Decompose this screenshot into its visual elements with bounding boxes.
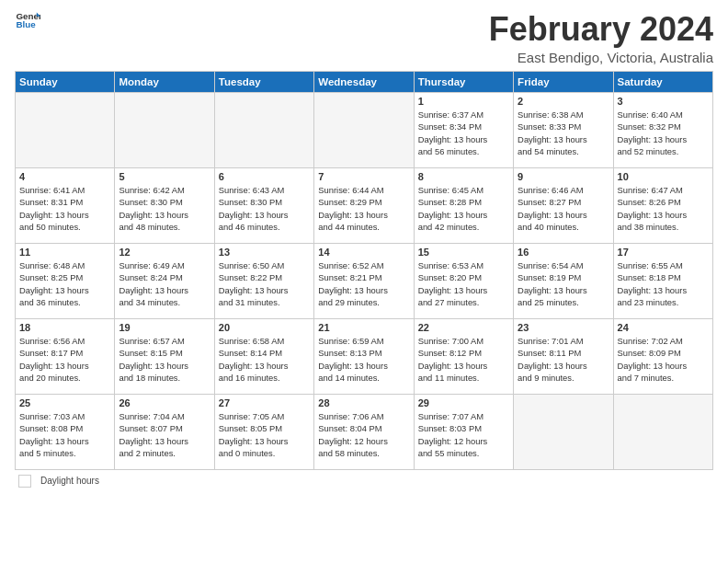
day-number: 12 (119, 247, 210, 258)
day-number: 26 (119, 397, 210, 408)
calendar-cell: 13Sunrise: 6:50 AM Sunset: 8:22 PM Dayli… (214, 243, 313, 318)
calendar-cell: 27Sunrise: 7:05 AM Sunset: 8:05 PM Dayli… (214, 394, 313, 469)
calendar-cell (514, 394, 613, 469)
day-info: Sunrise: 6:59 AM Sunset: 8:13 PM Dayligh… (318, 335, 409, 385)
calendar-cell: 20Sunrise: 6:58 AM Sunset: 8:14 PM Dayli… (214, 318, 313, 394)
day-info: Sunrise: 6:42 AM Sunset: 8:30 PM Dayligh… (119, 184, 210, 235)
day-info: Sunrise: 6:57 AM Sunset: 8:15 PM Dayligh… (119, 335, 210, 385)
day-number: 28 (318, 397, 409, 408)
calendar-cell (115, 92, 214, 167)
calendar-cell: 3Sunrise: 6:40 AM Sunset: 8:32 PM Daylig… (613, 92, 712, 167)
day-info: Sunrise: 6:55 AM Sunset: 8:18 PM Dayligh… (618, 259, 709, 310)
day-info: Sunrise: 6:37 AM Sunset: 8:34 PM Dayligh… (418, 109, 509, 159)
calendar-cell: 1Sunrise: 6:37 AM Sunset: 8:34 PM Daylig… (414, 92, 513, 167)
calendar-cell: 9Sunrise: 6:46 AM Sunset: 8:27 PM Daylig… (514, 167, 613, 243)
day-info: Sunrise: 6:49 AM Sunset: 8:24 PM Dayligh… (119, 259, 210, 310)
day-info: Sunrise: 6:47 AM Sunset: 8:26 PM Dayligh… (618, 184, 709, 235)
calendar-cell: 17Sunrise: 6:55 AM Sunset: 8:18 PM Dayli… (613, 243, 712, 318)
day-number: 3 (618, 96, 709, 107)
day-info: Sunrise: 7:02 AM Sunset: 8:09 PM Dayligh… (618, 335, 709, 385)
calendar-cell: 16Sunrise: 6:54 AM Sunset: 8:19 PM Dayli… (514, 243, 613, 318)
day-number: 18 (19, 322, 110, 333)
calendar-cell: 23Sunrise: 7:01 AM Sunset: 8:11 PM Dayli… (514, 318, 613, 394)
day-info: Sunrise: 7:03 AM Sunset: 8:08 PM Dayligh… (19, 410, 110, 461)
calendar-cell: 4Sunrise: 6:41 AM Sunset: 8:31 PM Daylig… (16, 167, 115, 243)
day-number: 9 (518, 171, 609, 182)
title-block: February 2024 East Bendigo, Victoria, Au… (489, 11, 713, 65)
col-header-saturday: Saturday (613, 71, 712, 92)
day-number: 25 (19, 397, 110, 408)
day-info: Sunrise: 7:07 AM Sunset: 8:03 PM Dayligh… (418, 410, 509, 461)
day-info: Sunrise: 6:44 AM Sunset: 8:29 PM Dayligh… (318, 184, 409, 235)
col-header-wednesday: Wednesday (314, 71, 414, 92)
day-number: 6 (219, 171, 310, 182)
calendar-cell: 26Sunrise: 7:04 AM Sunset: 8:07 PM Dayli… (115, 394, 214, 469)
day-info: Sunrise: 7:06 AM Sunset: 8:04 PM Dayligh… (318, 410, 409, 461)
calendar-cell: 7Sunrise: 6:44 AM Sunset: 8:29 PM Daylig… (314, 167, 414, 243)
col-header-monday: Monday (115, 71, 214, 92)
calendar-cell: 29Sunrise: 7:07 AM Sunset: 8:03 PM Dayli… (414, 394, 513, 469)
calendar-cell: 25Sunrise: 7:03 AM Sunset: 8:08 PM Dayli… (16, 394, 115, 469)
day-info: Sunrise: 6:41 AM Sunset: 8:31 PM Dayligh… (19, 184, 110, 235)
day-info: Sunrise: 6:50 AM Sunset: 8:22 PM Dayligh… (219, 259, 310, 310)
day-number: 23 (518, 322, 609, 333)
day-number: 11 (19, 247, 110, 258)
day-info: Sunrise: 6:43 AM Sunset: 8:30 PM Dayligh… (219, 184, 310, 235)
calendar-cell: 24Sunrise: 7:02 AM Sunset: 8:09 PM Dayli… (613, 318, 712, 394)
day-number: 24 (618, 322, 709, 333)
day-number: 7 (318, 171, 409, 182)
calendar-cell: 6Sunrise: 6:43 AM Sunset: 8:30 PM Daylig… (214, 167, 313, 243)
col-header-sunday: Sunday (16, 71, 115, 92)
day-info: Sunrise: 6:54 AM Sunset: 8:19 PM Dayligh… (518, 259, 609, 310)
calendar-cell: 10Sunrise: 6:47 AM Sunset: 8:26 PM Dayli… (613, 167, 712, 243)
calendar-cell (314, 92, 414, 167)
day-info: Sunrise: 6:46 AM Sunset: 8:27 PM Dayligh… (518, 184, 609, 235)
calendar-cell: 19Sunrise: 6:57 AM Sunset: 8:15 PM Dayli… (115, 318, 214, 394)
calendar-cell: 18Sunrise: 6:56 AM Sunset: 8:17 PM Dayli… (16, 318, 115, 394)
day-number: 14 (318, 247, 409, 258)
day-number: 29 (418, 397, 509, 408)
day-info: Sunrise: 6:48 AM Sunset: 8:25 PM Dayligh… (19, 259, 110, 310)
calendar-cell (214, 92, 313, 167)
col-header-friday: Friday (514, 71, 613, 92)
calendar-table: SundayMondayTuesdayWednesdayThursdayFrid… (15, 71, 713, 470)
day-number: 15 (418, 247, 509, 258)
day-info: Sunrise: 7:01 AM Sunset: 8:11 PM Dayligh… (518, 335, 609, 385)
month-title: February 2024 (489, 11, 713, 48)
day-info: Sunrise: 6:58 AM Sunset: 8:14 PM Dayligh… (219, 335, 310, 385)
calendar-cell: 5Sunrise: 6:42 AM Sunset: 8:30 PM Daylig… (115, 167, 214, 243)
day-number: 27 (219, 397, 310, 408)
day-number: 13 (219, 247, 310, 258)
header: General Blue February 2024 East Bendigo,… (15, 11, 713, 65)
location-title: East Bendigo, Victoria, Australia (489, 50, 713, 65)
calendar-cell: 11Sunrise: 6:48 AM Sunset: 8:25 PM Dayli… (16, 243, 115, 318)
day-number: 21 (318, 322, 409, 333)
day-info: Sunrise: 6:38 AM Sunset: 8:33 PM Dayligh… (518, 109, 609, 159)
day-number: 1 (418, 96, 509, 107)
calendar-cell: 22Sunrise: 7:00 AM Sunset: 8:12 PM Dayli… (414, 318, 513, 394)
day-number: 17 (618, 247, 709, 258)
day-info: Sunrise: 7:04 AM Sunset: 8:07 PM Dayligh… (119, 410, 210, 461)
day-number: 22 (418, 322, 509, 333)
day-info: Sunrise: 6:40 AM Sunset: 8:32 PM Dayligh… (618, 109, 709, 159)
calendar-cell: 14Sunrise: 6:52 AM Sunset: 8:21 PM Dayli… (314, 243, 414, 318)
col-header-tuesday: Tuesday (214, 71, 313, 92)
day-info: Sunrise: 6:52 AM Sunset: 8:21 PM Dayligh… (318, 259, 409, 310)
day-number: 4 (19, 171, 110, 182)
legend-box (18, 475, 31, 488)
day-number: 5 (119, 171, 210, 182)
calendar-cell: 2Sunrise: 6:38 AM Sunset: 8:33 PM Daylig… (514, 92, 613, 167)
legend-label: Daylight hours (40, 476, 99, 486)
logo: General Blue (15, 11, 40, 37)
day-number: 20 (219, 322, 310, 333)
day-info: Sunrise: 6:56 AM Sunset: 8:17 PM Dayligh… (19, 335, 110, 385)
calendar-cell (613, 394, 712, 469)
day-info: Sunrise: 7:05 AM Sunset: 8:05 PM Dayligh… (219, 410, 310, 461)
day-number: 8 (418, 171, 509, 182)
day-number: 10 (618, 171, 709, 182)
calendar-cell: 21Sunrise: 6:59 AM Sunset: 8:13 PM Dayli… (314, 318, 414, 394)
day-number: 2 (518, 96, 609, 107)
footer: Daylight hours (15, 475, 713, 488)
col-header-thursday: Thursday (414, 71, 513, 92)
day-number: 19 (119, 322, 210, 333)
